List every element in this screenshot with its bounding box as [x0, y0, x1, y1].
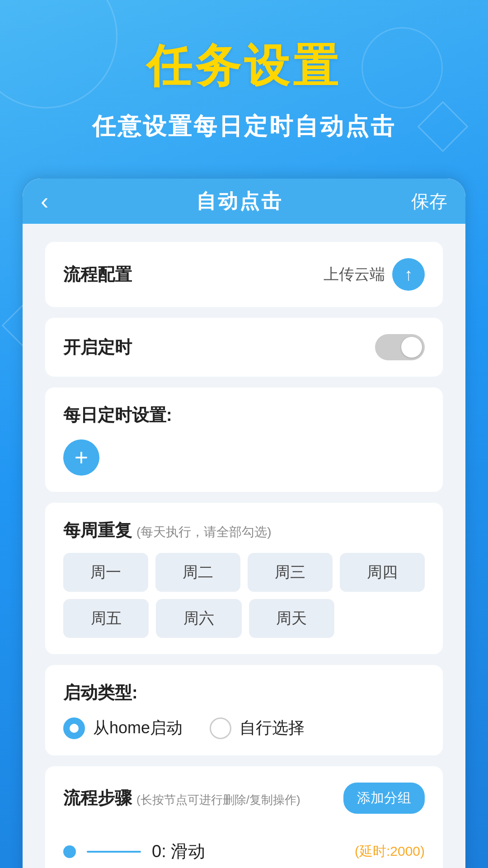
launch-type-label: 启动类型:	[63, 681, 425, 704]
add-icon: +	[75, 444, 88, 471]
week-grid-row1: 周一 周二 周三 周四	[63, 553, 425, 592]
upload-icon: ↑	[404, 266, 413, 283]
add-daily-timer-button[interactable]: +	[63, 439, 99, 476]
upload-text: 上传云端	[324, 264, 385, 285]
flow-config-label: 流程配置	[63, 263, 132, 286]
weekly-hint: (每天执行，请全部勾选)	[136, 525, 272, 539]
radio-row: 从home启动 自行选择	[63, 717, 425, 739]
nav-title: 自动点击	[196, 188, 283, 215]
radio-home-circle	[63, 717, 85, 739]
daily-timer-section: 每日定时设置: +	[45, 387, 443, 492]
step-name-0: 0: 滑动	[152, 840, 344, 863]
steps-hint: (长按节点可进行删除/复制操作)	[136, 792, 300, 808]
toggle-thumb	[401, 337, 422, 358]
add-group-button[interactable]: 添加分组	[343, 783, 425, 814]
upload-cloud-button[interactable]: ↑	[392, 258, 425, 291]
steps-label-wrap: 流程步骤 (长按节点可进行删除/复制操作)	[63, 787, 300, 810]
daily-timer-label: 每日定时设置:	[63, 404, 425, 427]
step-meta-0: (延时:2000)	[355, 842, 425, 861]
radio-home-label: 从home启动	[93, 717, 183, 739]
week-grid-row2: 周五 周六 周天	[63, 599, 334, 638]
steps-section: 流程步骤 (长按节点可进行删除/复制操作) 添加分组 0: 滑动 (延时:200…	[45, 766, 443, 868]
save-button[interactable]: 保存	[411, 189, 447, 214]
launch-type-section: 启动类型: 从home启动 自行选择	[45, 665, 443, 755]
steps-label: 流程步骤	[63, 787, 132, 810]
day-saturday[interactable]: 周六	[156, 599, 241, 638]
radio-custom-label: 自行选择	[239, 717, 305, 739]
weekly-repeat-section: 每周重复(每天执行，请全部勾选) 周一 周二 周三 周四 周五 周六 周天	[45, 503, 443, 654]
day-thursday[interactable]: 周四	[340, 553, 425, 592]
upload-area: 上传云端 ↑	[324, 258, 425, 291]
main-title: 任务设置	[27, 36, 461, 97]
step-item-0: 0: 滑动 (延时:2000)	[63, 826, 425, 868]
timer-label: 开启定时	[63, 336, 132, 359]
flow-config-section: 流程配置 上传云端 ↑	[45, 242, 443, 307]
header-area: 任务设置 任意设置每日定时自动点击	[0, 0, 488, 160]
day-sunday[interactable]: 周天	[249, 599, 334, 638]
step-dot-0	[63, 845, 76, 858]
day-monday[interactable]: 周一	[63, 553, 148, 592]
day-tuesday[interactable]: 周二	[155, 553, 240, 592]
radio-custom[interactable]: 自行选择	[210, 717, 305, 739]
radio-custom-circle	[210, 717, 231, 739]
sub-title: 任意设置每日定时自动点击	[27, 111, 461, 142]
step-line-0	[87, 851, 141, 853]
radio-home[interactable]: 从home启动	[63, 717, 183, 739]
back-button[interactable]: ‹	[41, 188, 68, 215]
day-wednesday[interactable]: 周三	[248, 553, 333, 592]
card-nav: ‹ 自动点击 保存	[23, 179, 465, 224]
main-card: ‹ 自动点击 保存 流程配置 上传云端 ↑ 开启定时	[23, 179, 465, 868]
timer-toggle[interactable]	[375, 334, 425, 360]
day-friday[interactable]: 周五	[63, 599, 149, 638]
timer-section: 开启定时	[45, 318, 443, 377]
steps-header: 流程步骤 (长按节点可进行删除/复制操作) 添加分组	[63, 783, 425, 814]
weekly-repeat-label: 每周重复(每天执行，请全部勾选)	[63, 519, 425, 542]
card-body: 流程配置 上传云端 ↑ 开启定时 每日定时设置: +	[23, 224, 465, 868]
